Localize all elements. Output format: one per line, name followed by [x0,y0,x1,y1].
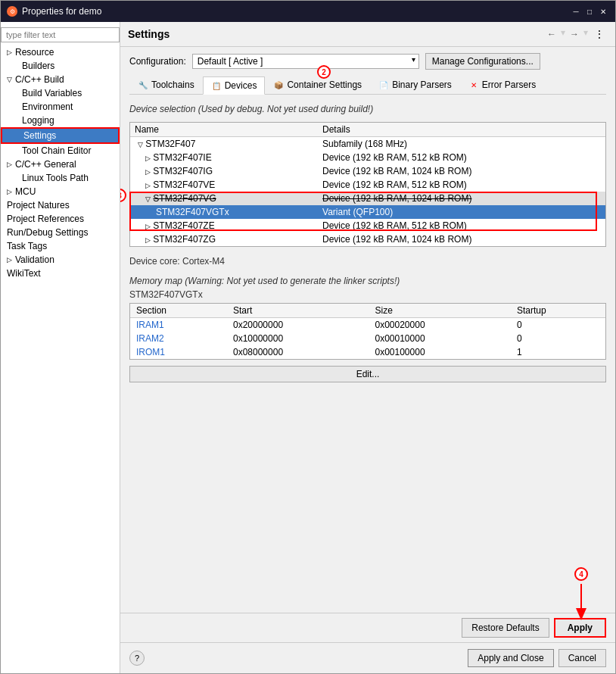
toolchains-icon: 🔧 [138,80,148,90]
sidebar-item-project-references[interactable]: Project References [1,212,120,226]
table-row[interactable]: ▷ STM32F407ZG Device (192 kB RAM, 1024 k… [130,232,605,246]
apply-and-close-button[interactable]: Apply and Close [468,649,553,667]
maximize-button[interactable]: □ [583,5,596,17]
tab-error-parsers[interactable]: ✕ Error Parsers [460,76,544,94]
expand-icon: ▷ [7,256,12,264]
footer-left: ? [129,651,145,666]
footer-right: Apply and Close Cancel [468,649,606,667]
error-icon: ✕ [468,80,479,90]
nav-forward-button[interactable]: → [567,27,582,41]
sidebar-item-cpp-general[interactable]: ▷ C/C++ General [1,158,120,171]
footer-bar: ? Apply and Close Cancel [120,642,615,673]
table-row[interactable]: ▷ STM32F407ZE Device (192 kB RAM, 512 kB… [130,219,605,232]
panel-menu-button[interactable]: ⋮ [591,27,608,42]
tab-toolchains[interactable]: 🔧 Toolchains [129,76,203,94]
table-row-selected[interactable]: STM32F407VGTx Variant (QFP100) [130,205,605,219]
device-selection-label: Device selection (Used by debug. Not yet… [129,104,606,114]
nav-arrows: ← ▾ → ▾ [544,27,588,41]
nav-back-button[interactable]: ← [544,27,559,41]
table-row[interactable]: ▷ STM32F407IG Device (192 kB RAM, 1024 k… [130,164,605,178]
cancel-button[interactable]: Cancel [558,649,606,667]
sidebar-item-validation[interactable]: ▷ Validation [1,253,120,267]
config-row: Configuration: Default [ Active ] Manage… [129,53,606,70]
sidebar-item-environment[interactable]: Environment [1,100,120,114]
tabs-row: 🔧 Toolchains 📋 Devices 📦 Container Setti… [129,76,606,95]
memory-row[interactable]: IRAM1 0x20000000 0x00020000 0 [130,318,605,332]
sidebar: ▷ Resource Builders ▽ C/C++ Build Build … [1,22,120,673]
mem-col-startup: Startup [511,304,605,318]
close-button[interactable]: ✕ [597,5,609,17]
device-core: Device core: Cortex-M4 [129,256,606,267]
expand-icon: ▽ [7,76,12,83]
sidebar-item-logging[interactable]: Logging [1,114,120,127]
sidebar-item-project-natures[interactable]: Project Natures [1,198,120,212]
expand-icon: ▷ [7,48,12,56]
window-title: Properties for demo [22,6,101,17]
memory-device: STM32F407VGTx [129,289,606,300]
tabs-container: 🔧 Toolchains 📋 Devices 📦 Container Setti… [129,76,606,95]
settings-body: Configuration: Default [ Active ] Manage… [120,47,615,613]
sidebar-item-cpp-build[interactable]: ▽ C/C++ Build [1,73,120,86]
manage-configurations-button[interactable]: Manage Configurations... [425,53,540,70]
memory-table-container: Section Start Size Startup IRAM1 0x20000… [129,303,606,360]
annotation-2: 2 [317,65,331,79]
filter-input[interactable] [1,27,120,42]
sidebar-item-linux-tools-path[interactable]: Linux Tools Path [1,171,120,185]
apply-button[interactable]: Apply [554,618,606,638]
header-controls: ← ▾ → ▾ ⋮ [544,27,608,42]
memory-section: Memory map (Warning: Not yet used to gen… [129,276,606,607]
device-table-container: Name Details ▽ STM32F407 Subfamily (168 … [129,122,606,247]
config-label: Configuration: [129,56,186,67]
bottom-bar: Restore Defaults Apply [120,613,615,642]
edit-button[interactable]: Edit... [129,366,606,382]
right-panel: Settings ← ▾ → ▾ ⋮ Configuration: [120,22,615,673]
sidebar-item-run-debug[interactable]: Run/Debug Settings [1,226,120,239]
devices-icon: 📋 [211,80,222,91]
device-table-scroll[interactable]: Name Details ▽ STM32F407 Subfamily (168 … [130,123,605,246]
panel-title: Settings [128,28,170,40]
memory-row[interactable]: IROM1 0x08000000 0x00100000 1 [130,345,605,359]
minimize-button[interactable]: ─ [570,5,582,17]
memory-warning: Memory map (Warning: Not yet used to gen… [129,276,606,286]
main-window: ⚙ Properties for demo ─ □ ✕ ▷ Resource B… [0,0,616,674]
sidebar-item-resource[interactable]: ▷ Resource [1,45,120,59]
expand-icon: ▷ [7,161,12,168]
tab-container-settings[interactable]: 📦 Container Settings [265,76,370,94]
binary-icon: 📄 [378,80,389,90]
sidebar-item-mcu[interactable]: ▷ MCU [1,185,120,198]
tab-binary-parsers[interactable]: 📄 Binary Parsers [370,76,460,94]
col-name: Name [130,123,318,137]
sidebar-item-task-tags[interactable]: Task Tags [1,239,120,253]
container-icon: 📦 [273,80,284,90]
mem-col-size: Size [369,304,512,318]
sidebar-item-builders[interactable]: Builders [1,59,120,73]
main-content: ▷ Resource Builders ▽ C/C++ Build Build … [1,22,615,673]
sidebar-item-wikitext[interactable]: WikiText [1,267,120,280]
tab-devices[interactable]: 📋 Devices [203,76,266,95]
table-row[interactable]: ▷ STM32F407IE Device (192 kB RAM, 512 kB… [130,151,605,164]
config-select-wrap: Default [ Active ] [192,54,419,69]
window-controls: ─ □ ✕ [570,5,609,17]
mem-col-start: Start [227,304,369,318]
sidebar-item-toolchain-editor[interactable]: Tool Chain Editor [1,144,120,158]
expand-icon: ▷ [7,188,12,195]
title-bar: ⚙ Properties for demo ─ □ ✕ [1,1,615,22]
device-table-area: Name Details ▽ STM32F407 Subfamily (168 … [129,122,606,247]
mem-col-section: Section [130,304,227,318]
config-select[interactable]: Default [ Active ] [192,54,419,69]
app-icon: ⚙ [7,6,17,17]
sidebar-item-build-variables[interactable]: Build Variables [1,86,120,100]
table-row[interactable]: ▽ STM32F407 Subfamily (168 MHz) [130,137,605,151]
bottom-bar-container: 4 Restore Defaults Apply [120,613,615,642]
memory-table: Section Start Size Startup IRAM1 0x20000… [130,304,605,359]
table-row[interactable]: ▽ STM32F407VG Device (192 kB RAM, 1024 k… [130,192,605,205]
annotation-3: 3 [120,189,126,202]
help-button[interactable]: ? [129,651,145,666]
device-table: Name Details ▽ STM32F407 Subfamily (168 … [130,123,605,246]
table-row[interactable]: ▷ STM32F407VE Device (192 kB RAM, 512 kB… [130,178,605,192]
col-details: Details [318,123,605,137]
sidebar-item-settings[interactable]: Settings [1,127,120,144]
restore-defaults-button[interactable]: Restore Defaults [462,618,549,638]
memory-row[interactable]: IRAM2 0x10000000 0x00010000 0 [130,332,605,345]
